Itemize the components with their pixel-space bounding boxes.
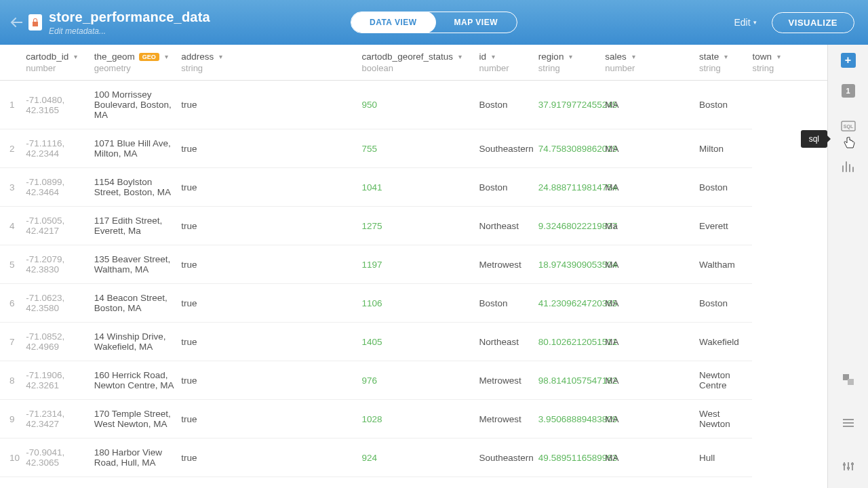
cell-id[interactable]: 1236 (362, 477, 479, 489)
cell-sales[interactable]: 74.7583089862019 (538, 129, 605, 168)
cell-region[interactable]: Boston (479, 284, 538, 323)
column-header-region[interactable]: regionstring (538, 45, 605, 81)
cell-address[interactable]: 14 Beacon Street, Boston, MA (94, 284, 182, 323)
cell-address[interactable]: 180 Harbor View Road, Hull, MA (94, 439, 182, 477)
table-row[interactable]: 7-71.0852, 42.496914 Winship Drive, Wake… (0, 323, 827, 361)
cell-georef[interactable]: true (181, 129, 361, 168)
column-header-id[interactable]: idnumber (479, 45, 538, 81)
cell-geom[interactable]: -71.2079, 42.3830 (26, 245, 94, 284)
layer-number-badge[interactable]: 1 (842, 84, 855, 98)
stats-panel-button[interactable] (836, 155, 861, 179)
cell-address[interactable]: 100 Morrissey Boulevard, Boston, MA (94, 81, 182, 129)
cell-geom[interactable]: -71.1116, 42.2344 (26, 129, 94, 168)
cell-sales[interactable]: 9.32468022219837 (538, 207, 605, 245)
cell-state[interactable]: MA (605, 129, 699, 168)
cell-state[interactable]: Ma (605, 207, 699, 245)
cell-sales[interactable]: 51.1664975434542 (538, 477, 605, 489)
cell-geom[interactable]: -70.9041, 42.3065 (26, 439, 94, 477)
cell-town[interactable]: Newton Centre (699, 361, 752, 400)
cell-sales[interactable]: 41.2309624720365 (538, 284, 605, 323)
cell-geom[interactable]: -71.0623, 42.3580 (26, 284, 94, 323)
cell-region[interactable]: Metrowest (479, 400, 538, 439)
cell-sales[interactable]: 24.8887119814754 (538, 168, 605, 207)
add-column-button[interactable]: + (841, 53, 856, 68)
table-row[interactable]: 2-71.1116, 42.23441071 Blue Hill Ave, Mi… (0, 129, 827, 168)
cell-state[interactable]: MA (605, 439, 699, 477)
visualize-button[interactable]: VISUALIZE (772, 12, 854, 33)
cell-region[interactable]: Metrowest (479, 361, 538, 400)
cell-sales[interactable]: 80.1026212051511 (538, 323, 605, 361)
data-view-tab[interactable]: DATA VIEW (351, 12, 436, 33)
cell-georef[interactable]: true (181, 168, 361, 207)
options-tool-button[interactable] (836, 454, 861, 479)
cell-sales[interactable]: 37.9179772455245 (538, 81, 605, 129)
table-row[interactable]: 9-71.2314, 42.3427170 Temple Street, Wes… (0, 400, 827, 439)
table-row[interactable]: 11-71.1142, 42.3973201 Willow Ave., Some… (0, 477, 827, 489)
cell-region[interactable]: Northeast (479, 323, 538, 361)
metadata-subtitle[interactable]: Edit metadata... (49, 26, 210, 36)
edit-dropdown[interactable]: Edit ▾ (734, 17, 756, 28)
cell-sales[interactable]: 98.8141057547182 (538, 361, 605, 400)
cell-georef[interactable]: true (181, 439, 361, 477)
cell-address[interactable]: 170 Temple Street, West Newton, MA (94, 400, 182, 439)
table-row[interactable]: 5-71.2079, 42.3830135 Beaver Street, Wal… (0, 245, 827, 284)
table-row[interactable]: 1-71.0480, 42.3165100 Morrissey Boulevar… (0, 81, 827, 129)
cell-georef[interactable]: true (181, 361, 361, 400)
cell-id[interactable]: 1275 (362, 207, 479, 245)
cell-state[interactable]: MA (605, 400, 699, 439)
cell-georef[interactable]: true (181, 245, 361, 284)
cell-georef[interactable]: true (181, 284, 361, 323)
cell-town[interactable]: Boston (699, 168, 752, 207)
cell-state[interactable]: MA (605, 245, 699, 284)
cell-geom[interactable]: -71.1906, 42.3261 (26, 361, 94, 400)
cell-id[interactable]: 1028 (362, 400, 479, 439)
cell-town[interactable]: Boston (699, 81, 752, 129)
cell-region[interactable]: Boston (479, 81, 538, 129)
cell-georef[interactable]: true (181, 477, 361, 489)
cell-georef[interactable]: true (181, 323, 361, 361)
cell-address[interactable]: 135 Beaver Street, Waltham, MA (94, 245, 182, 284)
cell-id[interactable]: 1405 (362, 323, 479, 361)
cell-id[interactable]: 924 (362, 439, 479, 477)
cell-region[interactable]: Southeastern (479, 129, 538, 168)
cell-georef[interactable]: true (181, 81, 361, 129)
cell-geom[interactable]: -71.2314, 42.3427 (26, 400, 94, 439)
cell-geom[interactable]: -71.0505, 42.4217 (26, 207, 94, 245)
cell-sales[interactable]: 18.9743909053504 (538, 245, 605, 284)
cell-town[interactable]: Everett (699, 207, 752, 245)
column-header-address[interactable]: addressstring (181, 45, 361, 81)
cell-id[interactable]: 1197 (362, 245, 479, 284)
column-header-state[interactable]: statestring (699, 45, 752, 81)
dataset-title[interactable]: store_performance_data (49, 9, 210, 25)
table-row[interactable]: 3-71.0899, 42.34641154 Boylston Street, … (0, 168, 827, 207)
cell-address[interactable]: 1071 Blue Hill Ave, Milton, MA (94, 129, 182, 168)
column-header-sales[interactable]: salesnumber (605, 45, 699, 81)
cell-state[interactable]: MA (605, 284, 699, 323)
sql-panel-button[interactable]: SQL (836, 114, 861, 138)
back-arrow-icon[interactable] (8, 14, 24, 30)
cell-region[interactable]: Northeast (479, 207, 538, 245)
cell-id[interactable]: 1041 (362, 168, 479, 207)
column-header-town[interactable]: townstring (752, 45, 827, 81)
cell-georef[interactable]: true (181, 400, 361, 439)
table-row[interactable]: 6-71.0623, 42.358014 Beacon Street, Bost… (0, 284, 827, 323)
cell-region[interactable]: Southeastern (479, 439, 538, 477)
cell-id[interactable]: 976 (362, 361, 479, 400)
cell-address[interactable]: 160 Herrick Road, Newton Centre, MA (94, 361, 182, 400)
cell-geom[interactable]: -71.1142, 42.3973 (26, 477, 94, 489)
cell-region[interactable]: Metrowest (479, 477, 538, 489)
cell-town[interactable]: Hull (699, 439, 752, 477)
cell-geom[interactable]: -71.0852, 42.4969 (26, 323, 94, 361)
cell-town[interactable]: Waltham (699, 245, 752, 284)
cell-id[interactable]: 755 (362, 129, 479, 168)
cell-state[interactable]: MA (605, 81, 699, 129)
cell-sales[interactable]: 3.95068889483809 (538, 400, 605, 439)
cell-state[interactable]: MA (605, 323, 699, 361)
column-header-cartodb_id[interactable]: cartodb_idnumber (26, 45, 94, 81)
cell-state[interactable]: MA (605, 361, 699, 400)
table-row[interactable]: 8-71.1906, 42.3261160 Herrick Road, Newt… (0, 361, 827, 400)
cell-state[interactable]: MA (605, 168, 699, 207)
cell-id[interactable]: 950 (362, 81, 479, 129)
cell-id[interactable]: 1106 (362, 284, 479, 323)
cell-sales[interactable]: 49.5895116589963 (538, 439, 605, 477)
